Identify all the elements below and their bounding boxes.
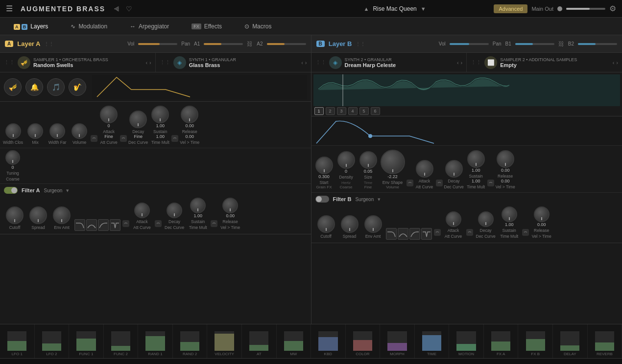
- filter-a-dropdown-icon[interactable]: ▾: [66, 187, 69, 194]
- loop-marker-2[interactable]: 2: [326, 107, 335, 115]
- link-btn-1[interactable]: [91, 135, 97, 142]
- filter-link-1[interactable]: [122, 220, 129, 227]
- mod-mw[interactable]: MW: [277, 324, 311, 358]
- mod-lfo1[interactable]: LFO 1: [0, 324, 35, 358]
- link-btn-3[interactable]: [171, 135, 178, 142]
- env-shape-knob-b[interactable]: [381, 150, 405, 174]
- hamburger-icon[interactable]: ☰: [6, 4, 13, 13]
- favorite-icon[interactable]: ♡: [126, 5, 132, 13]
- layer-b-vol-slider[interactable]: [450, 43, 489, 45]
- filter-b-shape-notch[interactable]: [421, 228, 432, 240]
- mod-at[interactable]: AT: [242, 324, 277, 358]
- release-knob-a[interactable]: [181, 106, 198, 123]
- filter-att-knob-a[interactable]: [134, 203, 150, 218]
- filter-shape-notch[interactable]: [110, 219, 120, 231]
- layer-b-sampler-block[interactable]: ⋮⋮ ⬜ SAMPLER 2 • ADDITIONAL SAMPLES Empt…: [467, 53, 622, 72]
- attack-knob-a[interactable]: [100, 106, 118, 123]
- tab-modulation[interactable]: ∿ Modulation: [67, 21, 111, 32]
- mod-velocity[interactable]: VELOCITY: [207, 324, 242, 358]
- decay-knob-b[interactable]: [445, 160, 463, 178]
- filter-a-type[interactable]: Surgeon: [44, 188, 63, 193]
- filter-b-shape-hp[interactable]: [409, 228, 420, 240]
- filter-b-type[interactable]: Surgeon: [355, 197, 374, 202]
- cutoff-knob-a[interactable]: [6, 206, 24, 224]
- tab-layers[interactable]: A B Layers: [10, 21, 52, 32]
- env-amt-knob-b[interactable]: [364, 215, 382, 233]
- filter-b-sus-knob[interactable]: [502, 206, 517, 222]
- filter-b-rel-knob[interactable]: [534, 206, 550, 222]
- filter-b-att-knob[interactable]: [446, 211, 461, 227]
- layer-a-synth-nav[interactable]: ‹ ›: [301, 60, 307, 66]
- layer-b-sampler-nav[interactable]: ‹ ›: [613, 60, 618, 66]
- mod-color[interactable]: COLOR: [346, 324, 381, 358]
- filter-b-shape-bp[interactable]: [398, 228, 408, 240]
- filter-link-2[interactable]: [155, 220, 162, 227]
- filter-shape-hp[interactable]: [98, 219, 109, 231]
- width-far-knob[interactable]: [49, 123, 65, 139]
- layer-a-synth-block[interactable]: ⋮⋮ ◈ SYNTH 1 • GRANULAR Glass Brass ‹ ›: [156, 53, 311, 72]
- settings-icon[interactable]: ⚙: [609, 4, 616, 13]
- inst-icon-2[interactable]: 🔔: [25, 78, 43, 96]
- mix-knob[interactable]: [27, 123, 43, 139]
- filter-shape-bp[interactable]: [86, 219, 97, 231]
- layer-b-synth-nav[interactable]: ‹ ›: [457, 60, 462, 66]
- inst-icon-4[interactable]: 🎷: [69, 78, 86, 96]
- layer-a-pan-slider[interactable]: [204, 43, 243, 45]
- mod-func1[interactable]: FUNC 1: [69, 324, 104, 358]
- size-knob-b[interactable]: [359, 151, 377, 169]
- filter-shape-lp[interactable]: [74, 219, 85, 231]
- filter-dec-knob-a[interactable]: [167, 203, 182, 218]
- tab-effects[interactable]: FX Effects: [188, 21, 226, 32]
- attack-knob-b[interactable]: [416, 160, 433, 178]
- inst-icon-1[interactable]: 🎺: [4, 78, 22, 96]
- link-btn-b2[interactable]: [436, 180, 443, 186]
- cutoff-knob-b[interactable]: [317, 215, 335, 233]
- layer-a-vol-slider[interactable]: [138, 43, 177, 45]
- next-sampler-b-icon[interactable]: ›: [616, 60, 618, 66]
- release-knob-b[interactable]: [497, 150, 514, 168]
- link-btn-2[interactable]: [120, 135, 127, 142]
- loop-marker-3[interactable]: 3: [337, 107, 346, 115]
- link-btn-b1[interactable]: [407, 180, 413, 186]
- loop-marker-4[interactable]: 4: [348, 107, 358, 115]
- tab-macros[interactable]: ⊙ Macros: [240, 21, 275, 32]
- next-sampler-icon[interactable]: ›: [149, 60, 151, 66]
- mod-fx-b[interactable]: FX B: [518, 324, 553, 358]
- decay-knob-a[interactable]: [129, 111, 147, 128]
- next-synth-b-icon[interactable]: ›: [461, 60, 463, 66]
- env-amt-knob-a[interactable]: [53, 206, 71, 224]
- mod-lfo2[interactable]: LFO 2: [35, 324, 70, 358]
- prev-sampler-icon[interactable]: ‹: [145, 60, 147, 66]
- layer-b-link-icon[interactable]: ⛓: [558, 41, 564, 47]
- filter-b-dec-knob[interactable]: [478, 211, 494, 227]
- filter-sus-knob-a[interactable]: [190, 198, 206, 213]
- tab-arpeggiator[interactable]: ↔ Arpeggiator: [126, 21, 173, 32]
- filter-b-dropdown-icon[interactable]: ▾: [378, 196, 381, 203]
- library-icon[interactable]: ⫷: [113, 5, 120, 13]
- mod-motion[interactable]: MOTION: [449, 324, 484, 358]
- prev-sampler-b-icon[interactable]: ‹: [613, 60, 615, 66]
- next-synth-icon[interactable]: ›: [305, 60, 307, 66]
- layer-a-link-icon[interactable]: ⛓: [247, 41, 253, 47]
- sustain-knob-b[interactable]: [467, 150, 485, 168]
- filter-link-3[interactable]: [211, 220, 217, 227]
- loop-marker-6[interactable]: 6: [371, 107, 380, 115]
- mod-morph[interactable]: MORPH: [380, 324, 415, 358]
- filter-b-shape-lp[interactable]: [386, 228, 397, 240]
- prev-synth-icon[interactable]: ‹: [301, 60, 303, 66]
- filter-b-link-2[interactable]: [466, 229, 473, 236]
- mod-delay[interactable]: DELAY: [553, 324, 588, 358]
- filter-rel-knob-a[interactable]: [222, 198, 238, 213]
- layer-a-pan-b-slider[interactable]: [267, 43, 306, 45]
- filter-b-toggle[interactable]: [315, 196, 329, 203]
- width-clos-knob[interactable]: [5, 123, 21, 139]
- layer-b-pan-b-slider[interactable]: [578, 43, 617, 45]
- volume-knob-a[interactable]: [72, 123, 87, 139]
- link-btn-b3[interactable]: [487, 180, 494, 186]
- mod-kbd[interactable]: KBD: [311, 324, 346, 358]
- mod-fx-a[interactable]: FX A: [484, 324, 519, 358]
- filter-a-toggle[interactable]: [4, 187, 18, 194]
- loop-marker-5[interactable]: 5: [359, 107, 369, 115]
- spread-knob-a[interactable]: [29, 206, 47, 224]
- mod-rand1[interactable]: RAND 1: [138, 324, 173, 358]
